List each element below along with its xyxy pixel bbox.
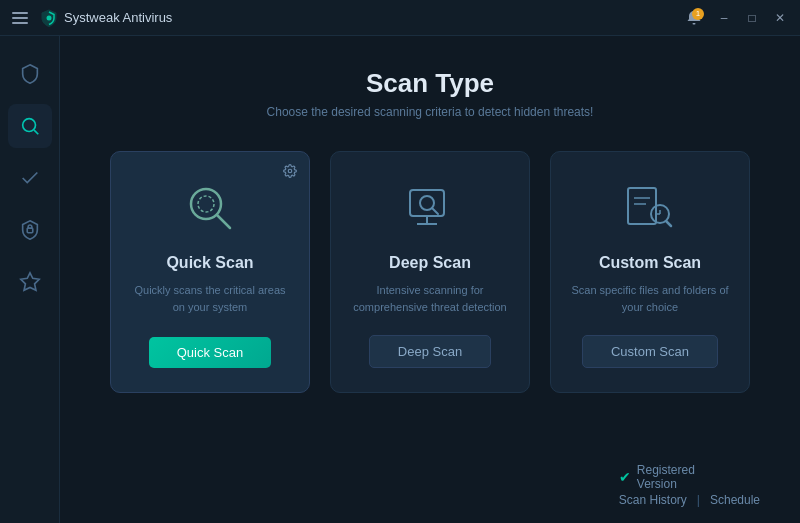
quick-scan-button[interactable]: Quick Scan [149,337,271,368]
quick-scan-title: Quick Scan [166,254,253,272]
custom-scan-icon [618,176,682,240]
scan-cards: Quick Scan Quickly scans the critical ar… [100,151,760,393]
sidebar-item-protection[interactable] [8,156,52,200]
sidebar [0,36,60,523]
card-settings-icon[interactable] [283,164,297,181]
custom-scan-button[interactable]: Custom Scan [582,335,718,368]
deep-scan-card[interactable]: Deep Scan Intensive scanning for compreh… [330,151,530,393]
minimize-button[interactable]: – [712,6,736,30]
svg-point-0 [47,15,52,20]
custom-scan-title: Custom Scan [599,254,701,272]
deep-scan-button[interactable]: Deep Scan [369,335,491,368]
footer-links: Scan History | Schedule [619,493,760,507]
registered-label: Registered Version [637,463,720,491]
page-title: Scan Type [100,68,760,99]
deep-scan-desc: Intensive scanning for comprehensive thr… [351,282,509,315]
notification-button[interactable]: 1 [680,6,708,30]
registered-version: ✔ Registered Version [619,463,720,491]
app-logo: Systweak Antivirus [40,9,172,27]
deep-scan-title: Deep Scan [389,254,471,272]
app-logo-icon [40,9,58,27]
custom-scan-desc: Scan specific files and folders of your … [571,282,729,315]
app-title: Systweak Antivirus [64,10,172,25]
sidebar-item-scan[interactable] [8,104,52,148]
bottom-row: Scan History | Schedule ✔ Registered Ver… [619,493,760,507]
schedule-link[interactable]: Schedule [710,493,760,507]
page-subtitle: Choose the desired scanning criteria to … [100,105,760,119]
notification-badge: 1 [692,8,704,20]
deep-scan-icon [398,176,462,240]
main-layout: Scan Type Choose the desired scanning cr… [0,36,800,523]
scan-history-link[interactable]: Scan History [619,493,687,507]
svg-line-7 [217,215,230,228]
close-button[interactable]: ✕ [768,6,792,30]
quick-scan-card[interactable]: Quick Scan Quickly scans the critical ar… [110,151,310,393]
hamburger-button[interactable] [8,8,32,28]
svg-line-3 [34,130,38,134]
svg-point-2 [22,119,35,132]
title-bar-controls: 1 – □ ✕ [680,6,792,30]
svg-line-20 [666,221,671,226]
svg-rect-4 [27,228,33,233]
svg-rect-1 [693,23,696,25]
quick-scan-desc: Quickly scans the critical areas on your… [131,282,289,317]
custom-scan-card[interactable]: Custom Scan Scan specific files and fold… [550,151,750,393]
maximize-button[interactable]: □ [740,6,764,30]
svg-line-13 [432,208,438,214]
footer-separator: | [697,493,700,507]
title-bar-left: Systweak Antivirus [8,8,172,28]
svg-rect-9 [410,190,444,216]
sidebar-item-shield-lock[interactable] [8,208,52,252]
registered-icon: ✔ [619,469,631,485]
sidebar-item-shield[interactable] [8,52,52,96]
svg-point-5 [288,169,292,173]
svg-point-8 [198,196,214,212]
quick-scan-icon [178,176,242,240]
title-bar: Systweak Antivirus 1 – □ ✕ [0,0,800,36]
sidebar-item-tools[interactable] [8,260,52,304]
content-area: Scan Type Choose the desired scanning cr… [60,36,800,523]
